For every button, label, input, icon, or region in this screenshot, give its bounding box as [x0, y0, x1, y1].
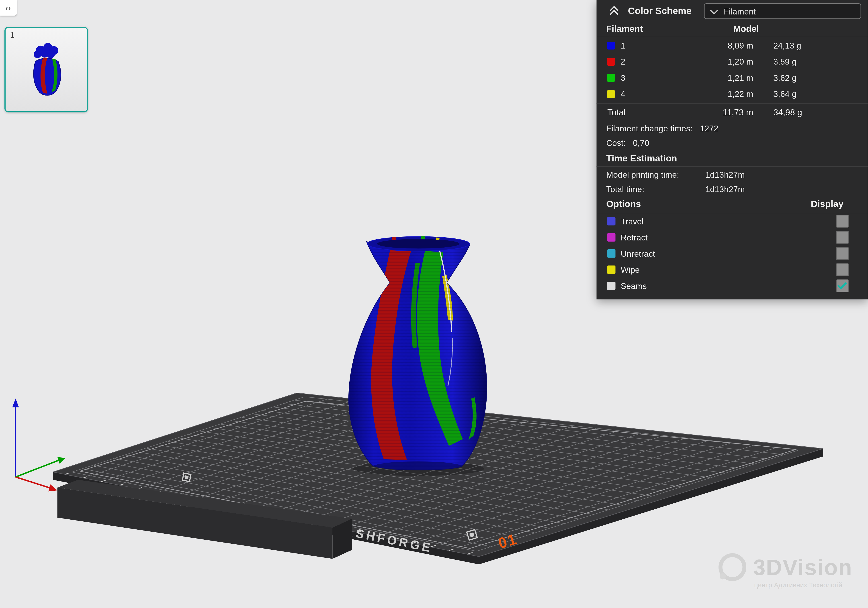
filament-weight: 3,62 g [763, 73, 835, 83]
col-filament: Filament [606, 24, 643, 34]
option-swatch [607, 266, 616, 274]
toggle-panel-icon: ‹› [5, 3, 11, 12]
filament-row[interactable]: 3 1,21 m 3,62 g [597, 70, 868, 86]
filament-length: 1,20 m [643, 57, 763, 67]
filament-swatch [607, 58, 615, 65]
watermark: 3DVision центр Адитивних Технологій [718, 552, 862, 589]
filament-length: 8,09 m [643, 41, 763, 50]
filament-swatch [607, 74, 615, 82]
watermark-logo-icon [718, 552, 747, 582]
option-swatch [607, 233, 616, 242]
filament-weight: 3,64 g [763, 89, 835, 99]
filament-weight: 3,59 g [763, 57, 835, 67]
check-icon [837, 280, 847, 289]
filament-length: 1,22 m [643, 89, 763, 99]
collapse-panel-icon[interactable] [608, 5, 620, 17]
option-row-travel: Travel [597, 213, 868, 229]
filament-change-row: Filament change times: 1272 [597, 121, 868, 135]
option-row-seams: Seams [597, 278, 868, 294]
option-swatch [607, 217, 616, 226]
app-stage: FLASHFORGE 01 [0, 0, 868, 608]
cost-row: Cost: 0,70 [597, 135, 868, 150]
panel-title: Color Scheme [628, 6, 691, 17]
filament-id: 2 [621, 57, 643, 67]
toggle-panel-button[interactable]: ‹› [0, 0, 17, 15]
option-label: Retract [621, 233, 648, 242]
option-label: Seams [621, 281, 647, 291]
total-length: 11,73 m [643, 107, 763, 117]
cost-label: Cost: [606, 138, 626, 147]
total-row: Total 11,73 m 34,98 g [597, 104, 868, 121]
col-model: Model [733, 24, 759, 34]
total-time-label: Total time: [606, 184, 705, 193]
plate-index: 1 [10, 30, 15, 40]
cost-value: 0,70 [633, 138, 649, 147]
option-label: Wipe [621, 265, 640, 274]
plate-thumbnail[interactable]: 1 [5, 27, 88, 113]
filament-id: 3 [621, 73, 643, 83]
option-row-unretract: Unretract [597, 246, 868, 262]
option-row-retract: Retract [597, 229, 868, 246]
retract-checkbox[interactable] [836, 231, 849, 244]
filament-swatch [607, 90, 615, 98]
chevron-down-icon [710, 6, 718, 14]
option-swatch [607, 282, 616, 290]
total-weight: 34,98 g [763, 107, 835, 117]
total-time-value: 1d13h27m [705, 184, 745, 193]
total-label: Total [607, 107, 643, 117]
options-header: Options Display [597, 196, 868, 213]
filament-table-header: Filament Model [597, 22, 868, 37]
filament-id: 4 [621, 89, 643, 99]
filament-change-value: 1272 [700, 123, 718, 133]
display-header: Display [811, 199, 843, 209]
panel-header: Color Scheme Filament [597, 0, 868, 22]
color-scheme-dropdown[interactable]: Filament [704, 3, 861, 19]
model-time-label: Model printing time: [606, 169, 705, 179]
option-swatch [607, 249, 616, 258]
wipe-checkbox[interactable] [836, 263, 849, 276]
travel-checkbox[interactable] [836, 215, 849, 228]
dropdown-value: Filament [724, 6, 756, 16]
filament-row[interactable]: 4 1,22 m 3,64 g [597, 86, 868, 102]
filament-change-label: Filament change times: [606, 123, 693, 133]
unretract-checkbox[interactable] [836, 247, 849, 260]
seams-checkbox[interactable] [836, 279, 849, 292]
color-scheme-panel: Color Scheme Filament Filament Model 1 8… [597, 0, 868, 299]
filament-id: 1 [621, 41, 643, 50]
vase-model [349, 236, 487, 476]
plate-thumbnail-preview [19, 40, 73, 101]
option-label: Travel [621, 217, 644, 226]
model-printing-time-row: Model printing time: 1d13h27m [597, 167, 868, 181]
total-time-row: Total time: 1d13h27m [597, 181, 868, 196]
filament-weight: 24,13 g [763, 41, 835, 50]
model-time-value: 1d13h27m [705, 169, 745, 179]
option-label: Unretract [621, 249, 655, 258]
watermark-subtitle: центр Адитивних Технологій [754, 581, 862, 589]
filament-row[interactable]: 1 8,09 m 24,13 g [597, 37, 868, 54]
filament-swatch [607, 42, 615, 49]
filament-row[interactable]: 2 1,20 m 3,59 g [597, 53, 868, 70]
time-estimation-title: Time Estimation [597, 150, 868, 167]
option-row-wipe: Wipe [597, 261, 868, 278]
watermark-title: 3DVision [753, 555, 852, 580]
filament-length: 1,21 m [643, 73, 763, 83]
options-title: Options [606, 199, 641, 209]
